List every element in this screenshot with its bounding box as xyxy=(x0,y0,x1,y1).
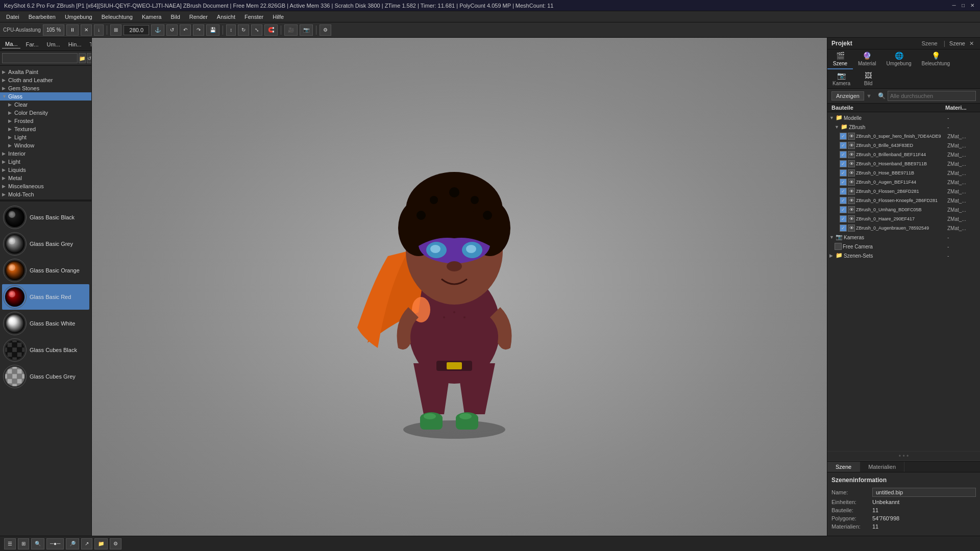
check-mesh5[interactable]: ✓ xyxy=(840,179,847,186)
undo-btn[interactable]: ↶ xyxy=(180,24,191,36)
scene-row-szenen-sets[interactable]: ▶ 📁 Szenen-Sets - xyxy=(827,251,980,260)
menu-bearbeiten[interactable]: Bearbeiten xyxy=(24,13,60,21)
menu-beleuchtung[interactable]: Beleuchtung xyxy=(97,13,137,21)
tree-glass[interactable]: ▼Glass xyxy=(0,92,91,101)
tree-misc[interactable]: ▶Miscellaneous xyxy=(0,182,91,190)
check-mesh8[interactable]: ✓ xyxy=(840,206,847,213)
resolution-input[interactable] xyxy=(124,25,149,35)
tree-gems[interactable]: ▶Gem Stones xyxy=(0,84,91,92)
search-refresh-btn[interactable]: ↺ xyxy=(87,53,92,63)
mat-glass-cubes-grey[interactable]: Glass Cubes Grey xyxy=(2,364,89,389)
save-btn[interactable]: 💾 xyxy=(206,24,219,36)
scene-row-mesh0[interactable]: ✓ 👁 ZBrush_0_super_hero_finish_7DE4ADE9 … xyxy=(827,132,980,141)
tab-materials[interactable]: Ma... xyxy=(2,40,20,48)
menu-datei[interactable]: Datei xyxy=(2,13,23,21)
check-mesh9[interactable]: ✓ xyxy=(840,215,847,222)
tree-clear[interactable]: ▶Clear xyxy=(0,101,91,109)
scene-row-mesh4[interactable]: ✓ 👁 ZBrush_0_Hose_BBE9711B ZMat_... xyxy=(827,168,980,178)
menu-umgebung[interactable]: Umgebung xyxy=(61,13,96,21)
scene-row-mesh2[interactable]: ✓ 👁 ZBrush_0_Brillenband_BEF11F44 ZMat_.… xyxy=(827,150,980,159)
check-mesh3[interactable]: ✓ xyxy=(840,160,847,167)
screenshot-btn[interactable]: 📷 xyxy=(300,24,313,36)
render-btn[interactable]: 🎥 xyxy=(284,24,298,36)
scene-row-mesh1[interactable]: ✓ 👁 ZBrush_0_Brille_643F83ED ZMat_... xyxy=(827,141,980,150)
scene-row-mesh8[interactable]: ✓ 👁 ZBrush_0_Umhang_BD0FC05B ZMat_... xyxy=(827,205,980,214)
check-mesh1[interactable]: ✓ xyxy=(840,142,847,149)
viewport[interactable] xyxy=(92,38,827,536)
search-folder-btn[interactable]: 📁 xyxy=(79,53,86,63)
mat-glass-basic-red[interactable]: Glass Basic Red xyxy=(2,284,89,310)
vis-mesh5[interactable]: 👁 xyxy=(848,179,855,186)
close-button[interactable]: ✕ xyxy=(969,2,976,9)
scene-tab-szene[interactable]: Szene xyxy=(827,462,860,472)
menu-bild[interactable]: Bild xyxy=(166,13,184,21)
tab-textures[interactable]: Te... xyxy=(86,40,92,48)
mat-glass-basic-white[interactable]: Glass Basic White xyxy=(2,311,89,336)
menu-kamera[interactable]: Kamera xyxy=(138,13,166,21)
pause-btn[interactable]: ⏸ xyxy=(66,24,79,36)
arrow-btn[interactable]: ↓ xyxy=(94,24,104,36)
vis-mesh6[interactable]: 👁 xyxy=(848,188,855,195)
bt-arrow[interactable]: ↗ xyxy=(81,538,92,549)
maximize-button[interactable]: □ xyxy=(960,2,967,9)
scene-row-modelle[interactable]: ▼ 📁 Modelle - xyxy=(827,113,980,122)
check-mesh0[interactable]: ✓ xyxy=(840,133,847,140)
check-mesh7[interactable]: ✓ xyxy=(840,197,847,204)
scene-row-free-cam[interactable]: Free Camera - xyxy=(827,242,980,251)
scene-row-mesh10[interactable]: ✓ 👁 ZBrush_0_Augenbrauen_78592549 ZMat_.… xyxy=(827,223,980,233)
scene-row-mesh3[interactable]: ✓ 👁 ZBrush_0_Hosenband_BBE9711B ZMat_... xyxy=(827,159,980,168)
check-mesh10[interactable]: ✓ xyxy=(840,224,847,232)
tab-env[interactable]: Um... xyxy=(44,40,63,48)
bt-gear[interactable]: ⚙ xyxy=(110,538,121,549)
settings-btn[interactable]: ⚙ xyxy=(320,24,331,36)
tree-textured[interactable]: ▶Textured xyxy=(0,125,91,133)
tab-kamera[interactable]: 📷 Kamera xyxy=(827,69,855,88)
scene-row-mesh7[interactable]: ✓ 👁 ZBrush_0_Flossen-Knoepfe_2B6FD281 ZM… xyxy=(827,196,980,205)
name-input[interactable] xyxy=(872,488,976,497)
check-mesh4[interactable]: ✓ xyxy=(840,169,847,177)
mat-glass-basic-black[interactable]: Glass Basic Black xyxy=(2,205,89,230)
scale-btn[interactable]: ⤡ xyxy=(251,24,262,36)
bt-grid-view[interactable]: ⊞ xyxy=(18,538,29,549)
tab-umgebung[interactable]: 🌐 Umgebung xyxy=(881,49,917,69)
tree-window[interactable]: ▶Window xyxy=(0,141,91,149)
mat-glass-basic-grey[interactable]: Glass Basic Grey xyxy=(2,231,89,257)
tree-color-density[interactable]: ▶Color Density xyxy=(0,109,91,117)
tree-cloth[interactable]: ▶Cloth and Leather xyxy=(0,76,91,84)
snap-btn[interactable]: 🧲 xyxy=(264,24,278,36)
anchor-btn[interactable]: ⚓ xyxy=(151,24,164,36)
stop-btn[interactable]: ✕ xyxy=(81,24,92,36)
cpu-value-btn[interactable]: 105 % xyxy=(43,24,64,36)
check-free-cam[interactable] xyxy=(835,243,842,250)
check-mesh6[interactable]: ✓ xyxy=(840,188,847,195)
vis-mesh7[interactable]: 👁 xyxy=(848,197,855,204)
tree-frosted[interactable]: ▶Frosted xyxy=(0,117,91,125)
vis-mesh8[interactable]: 👁 xyxy=(848,206,855,213)
bt-zoom[interactable]: 🔎 xyxy=(66,538,79,549)
refresh-btn[interactable]: ↺ xyxy=(166,24,178,36)
vis-mesh9[interactable]: 👁 xyxy=(848,215,855,222)
tab-beleuchtung[interactable]: 💡 Beleuchtung xyxy=(917,49,955,69)
mat-glass-cubes-black[interactable]: Glass Cubes Black xyxy=(2,337,89,363)
move-btn[interactable]: ↕ xyxy=(226,24,236,36)
scene-row-zbrush[interactable]: ▼ 📁 ZBrush - xyxy=(827,122,980,132)
vis-mesh1[interactable]: 👁 xyxy=(848,142,855,149)
vis-mesh2[interactable]: 👁 xyxy=(848,151,855,158)
menu-fenster[interactable]: Fenster xyxy=(240,13,267,21)
grid-btn[interactable]: ⊞ xyxy=(110,24,121,36)
menu-ansicht[interactable]: Ansicht xyxy=(213,13,239,21)
bt-search[interactable]: 🔍 xyxy=(31,538,44,549)
vis-mesh3[interactable]: 👁 xyxy=(848,160,855,167)
vis-mesh0[interactable]: 👁 xyxy=(848,133,855,140)
scene-row-mesh9[interactable]: ✓ 👁 ZBrush_0_Haare_290EF417 ZMat_... xyxy=(827,214,980,223)
tab-bild[interactable]: 🖼 Bild xyxy=(855,69,881,88)
scene-row-mesh5[interactable]: ✓ 👁 ZBrush_0_Augen_BEF11F44 ZMat_... xyxy=(827,178,980,187)
scene-tab-materialien[interactable]: Materialien xyxy=(860,462,904,472)
redo-btn[interactable]: ↷ xyxy=(193,24,204,36)
tree-light[interactable]: ▶Light xyxy=(0,133,91,141)
tab-szene[interactable]: 🎬 Szene xyxy=(827,49,853,69)
rp-close-btn[interactable]: ✕ xyxy=(967,40,976,47)
scene-row-mesh6[interactable]: ✓ 👁 ZBrush_0_Flossen_2B6FD281 ZMat_... xyxy=(827,187,980,196)
scene-row-kameras[interactable]: ▼ 📷 Kameras - xyxy=(827,233,980,242)
scene-search-input[interactable] xyxy=(888,91,976,101)
